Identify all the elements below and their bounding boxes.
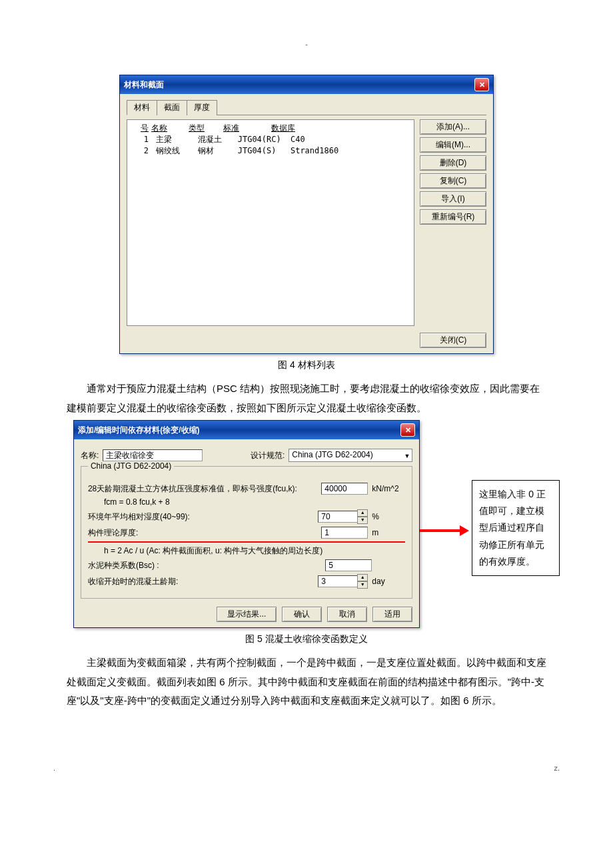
list-row[interactable]: 1 主梁 混凝土 JTG04(RC) C40 xyxy=(130,134,411,145)
page-footer: . z. xyxy=(27,764,586,772)
dialog2-titlebar[interactable]: 添加/编辑时间依存材料(徐变/收缩) ✕ xyxy=(74,421,419,439)
name-input[interactable] xyxy=(103,449,203,461)
footer-left: . xyxy=(53,764,55,772)
col-num: 号 xyxy=(130,123,151,134)
cell: C40 xyxy=(291,135,344,144)
list-row[interactable]: 2 钢绞线 钢材 JTG04(S) Strand1860 xyxy=(130,145,411,157)
cell: JTG04(RC) xyxy=(238,135,286,144)
page-header: - xyxy=(27,40,586,48)
close-icon[interactable]: ✕ xyxy=(400,423,415,437)
figure4-caption: 图 4 材料列表 xyxy=(27,359,586,371)
humidity-spinner[interactable]: ▲▼ xyxy=(318,509,368,524)
fcu-label: 28天龄期混凝土立方体抗压强度标准值，即标号强度(fcu,k): xyxy=(88,483,321,495)
import-button[interactable]: 导入(I) xyxy=(420,191,486,207)
spin-down-icon[interactable]: ▼ xyxy=(357,517,368,524)
groupbox-title: China (JTG D62-2004) xyxy=(88,461,174,471)
col-type: 类型 xyxy=(189,123,223,134)
tab-thickness[interactable]: 厚度 xyxy=(187,100,217,115)
footer-right: z. xyxy=(554,764,560,772)
paragraph-2: 主梁截面为变截面箱梁，共有两个控制截面，一个是跨中截面，一是支座位置处截面。以跨… xyxy=(67,653,546,711)
show-result-button[interactable]: 显示结果... xyxy=(217,607,277,622)
button-column: 添加(A)... 编辑(M)... 删除(D) 复制(C) 导入(I) 重新编号… xyxy=(420,119,486,326)
dialog2-title: 添加/编辑时间依存材料(徐变/收缩) xyxy=(78,425,200,436)
material-list[interactable]: 号 名称 类型 标准 数据库 1 主梁 混凝土 JTG04(RC) C40 2 … xyxy=(127,119,414,326)
code-select[interactable]: China (JTG D62-2004) xyxy=(289,449,412,462)
material-section-dialog: 材料和截面 ✕ 材料 截面 厚度 号 名称 类型 标准 数据库 1 主梁 混凝土 xyxy=(119,75,494,354)
spin-up-icon[interactable]: ▲ xyxy=(357,574,368,581)
close-icon[interactable]: ✕ xyxy=(474,78,489,91)
close-button[interactable]: 关闭(C) xyxy=(420,333,486,348)
cell: 1 xyxy=(130,135,151,144)
fcu-unit: kN/m^2 xyxy=(368,484,405,493)
cell: 2 xyxy=(130,146,151,155)
figure5-caption: 图 5 混凝土收缩徐变函数定义 xyxy=(27,633,586,645)
col-db: 数据库 xyxy=(271,123,324,134)
bsc-label: 水泥种类系数(Bsc) : xyxy=(88,560,325,571)
cell: 钢材 xyxy=(198,145,233,157)
copy-button[interactable]: 复制(C) xyxy=(420,173,486,189)
thickness-label: 构件理论厚度: xyxy=(88,527,321,539)
h-formula: h = 2 Ac / u (Ac: 构件截面面积, u: 构件与大气接触的周边长… xyxy=(104,545,322,557)
humidity-unit: % xyxy=(368,512,405,521)
add-button[interactable]: 添加(A)... xyxy=(420,119,486,135)
thickness-input[interactable] xyxy=(321,527,368,539)
dialog1-title: 材料和截面 xyxy=(124,79,164,91)
cell: 钢绞线 xyxy=(156,145,193,157)
paragraph-1: 通常对于预应力混凝土结构（PSC 结构）按照现浇施工时，要考虑混凝土的收缩徐变效… xyxy=(67,379,546,417)
age-input[interactable] xyxy=(318,575,358,587)
red-underline xyxy=(88,541,405,543)
col-name: 名称 xyxy=(151,123,189,134)
age-label: 收缩开始时的混凝土龄期: xyxy=(88,576,318,587)
cell: JTG04(S) xyxy=(238,146,286,155)
annotation-box: 这里输入非 0 正值即可，建立模型后通过程序自动修正所有单元的有效厚度。 xyxy=(472,480,560,576)
cell: 主梁 xyxy=(156,134,193,145)
spin-up-icon[interactable]: ▲ xyxy=(357,509,368,517)
time-dependent-dialog: 添加/编辑时间依存材料(徐变/收缩) ✕ 名称: 设计规范: China (JT… xyxy=(73,420,420,628)
red-arrow xyxy=(420,525,469,536)
renumber-button[interactable]: 重新编号(R) xyxy=(420,209,486,225)
apply-button[interactable]: 适用 xyxy=(372,607,412,622)
ok-button[interactable]: 确认 xyxy=(282,607,322,622)
spin-down-icon[interactable]: ▼ xyxy=(357,581,368,589)
list-header: 号 名称 类型 标准 数据库 xyxy=(130,123,411,134)
bsc-input[interactable] xyxy=(325,559,372,571)
humidity-input[interactable] xyxy=(318,511,358,523)
code-groupbox: China (JTG D62-2004) 28天龄期混凝土立方体抗压强度标准值，… xyxy=(81,466,412,599)
col-std: 标准 xyxy=(223,123,271,134)
fcu-input[interactable] xyxy=(321,483,368,495)
humidity-label: 环境年平均相对湿度(40~99): xyxy=(88,511,318,523)
edit-button[interactable]: 编辑(M)... xyxy=(420,137,486,153)
tab-section[interactable]: 截面 xyxy=(157,100,187,115)
name-label: 名称: xyxy=(81,450,99,461)
dialog1-titlebar[interactable]: 材料和截面 ✕ xyxy=(120,75,493,94)
fcm-formula: fcm = 0.8 fcu,k + 8 xyxy=(104,497,170,507)
code-label: 设计规范: xyxy=(251,450,285,461)
cancel-button[interactable]: 取消 xyxy=(327,607,367,622)
tab-row: 材料 截面 厚度 xyxy=(127,99,486,115)
tab-material[interactable]: 材料 xyxy=(127,100,157,115)
delete-button[interactable]: 删除(D) xyxy=(420,155,486,171)
age-spinner[interactable]: ▲▼ xyxy=(318,574,368,589)
cell: Strand1860 xyxy=(291,146,344,155)
age-unit: day xyxy=(368,577,405,586)
cell: 混凝土 xyxy=(198,134,233,145)
thickness-unit: m xyxy=(368,528,405,537)
